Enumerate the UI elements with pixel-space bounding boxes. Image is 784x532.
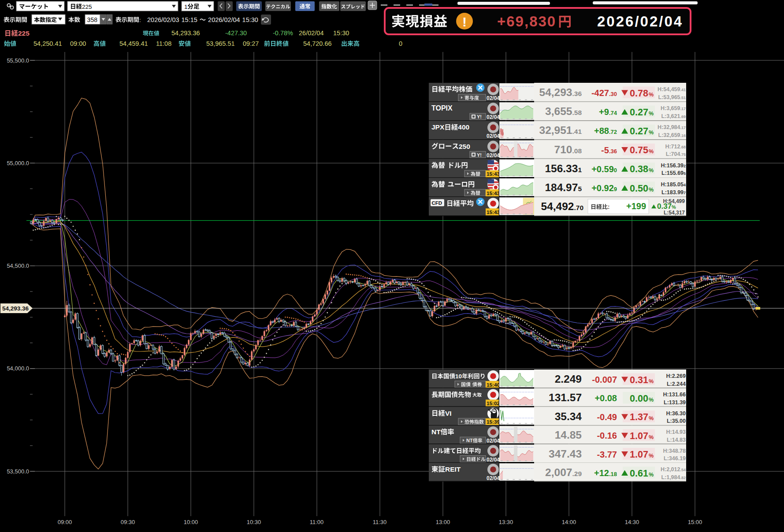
svg-text:.72: .72 [609,129,617,135]
svg-text:1: 1 [578,166,582,174]
svg-text:%: % [649,415,654,421]
svg-text:.54: .54 [680,468,686,472]
svg-text:L:53,965: L:53,965 [658,94,680,100]
svg-text:H:185.05: H:185.05 [661,181,684,188]
svg-text:.41: .41 [572,128,582,135]
svg-text:-0.007: -0.007 [592,375,617,384]
svg-text:-5: -5 [601,145,609,155]
svg-text:.70: .70 [574,204,584,211]
svg-text:.82: .82 [680,476,686,480]
svg-text:02/04: 02/04 [487,457,500,463]
svg-text:.17: .17 [680,107,686,111]
svg-text:H:2.269: H:2.269 [666,373,686,379]
svg-text:15:00: 15:00 [688,519,702,525]
svg-text:09:27: 09:27 [243,40,259,47]
svg-text:15:43: 15:43 [487,171,500,177]
svg-text:H:36.30: H:36.30 [666,410,686,417]
svg-text:225: 225 [82,4,92,10]
svg-text:+69,830: +69,830 [497,13,556,30]
svg-text:Y!: Y! [477,152,482,158]
svg-text:15:30: 15:30 [242,16,258,23]
svg-text:184.97: 184.97 [545,181,578,193]
svg-text:.29: .29 [572,470,582,477]
svg-text:0: 0 [614,167,617,174]
svg-text:L:131.39: L:131.39 [664,399,686,406]
svg-text:L:704: L:704 [666,151,680,157]
svg-text:H:712: H:712 [665,144,680,150]
svg-text:5: 5 [578,185,582,192]
svg-text:.69: .69 [680,115,686,119]
svg-text:%: % [649,378,654,384]
svg-text:H:54,499: H:54,499 [663,198,685,204]
svg-text:14.85: 14.85 [555,429,582,441]
svg-text:0.27: 0.27 [630,107,648,118]
svg-text:.08: .08 [572,147,582,155]
svg-text:.16: .16 [680,133,686,138]
svg-text:3,655: 3,655 [545,105,572,117]
svg-text:NT: NT [466,438,473,443]
svg-text:-0.78%: -0.78% [273,30,293,37]
svg-text:H:32,984: H:32,984 [658,124,680,130]
svg-text:11:00: 11:00 [310,519,324,525]
svg-text:%: % [649,92,654,98]
svg-text:02/04: 02/04 [487,475,500,481]
svg-text:.68: .68 [680,145,686,149]
svg-text:0.38: 0.38 [630,164,648,174]
svg-text:10: 10 [455,373,462,380]
svg-text:-427: -427 [591,88,609,98]
svg-text:.17: .17 [680,126,686,130]
svg-text:2026/02/03: 2026/02/03 [147,16,179,23]
svg-text:H:156.39: H:156.39 [661,163,684,169]
svg-text:-427.30: -427.30 [225,30,247,37]
svg-text:%: % [649,453,654,459]
svg-text:.74: .74 [609,110,617,116]
svg-text:02/04: 02/04 [487,114,500,120]
svg-text:02/04: 02/04 [487,152,500,159]
svg-text:H:3,659: H:3,659 [661,105,680,111]
svg-text:0: 0 [399,40,402,47]
svg-text:%: % [649,129,654,136]
svg-text:CFD: CFD [432,200,442,206]
svg-text:L:2.244: L:2.244 [667,381,686,387]
svg-text:0.50: 0.50 [630,183,648,194]
svg-text:+199: +199 [626,201,646,211]
svg-text:2026/02/04: 2026/02/04 [597,13,683,30]
svg-text:54,250.41: 54,250.41 [33,40,62,47]
svg-text:L:1,984: L:1,984 [661,474,680,480]
svg-text:L:35.00: L:35.00 [667,418,686,424]
svg-text:%: % [649,111,654,117]
svg-text:+9: +9 [599,107,609,117]
svg-text:54,720.66: 54,720.66 [303,40,332,47]
svg-text:!: ! [462,15,467,29]
svg-text:9: 9 [614,186,617,192]
svg-text:250: 250 [459,143,470,150]
svg-text:14:30: 14:30 [625,519,639,525]
svg-text:+0.08: +0.08 [595,393,617,403]
svg-text::: : [608,203,609,210]
svg-text:55,500.0: 55,500.0 [7,57,29,64]
svg-text:2.249: 2.249 [555,373,582,385]
svg-text:54,500.0: 54,500.0 [7,262,29,269]
svg-text::: : [139,17,141,23]
svg-text:400: 400 [458,123,469,131]
svg-text:0.75: 0.75 [630,145,648,155]
svg-text:1.37: 1.37 [630,412,648,422]
svg-text:L:32,659: L:32,659 [658,132,680,138]
svg-text:H:131.66: H:131.66 [663,392,686,398]
svg-text:.41: .41 [680,88,686,92]
svg-text:L:346.19: L:346.19 [664,455,686,462]
svg-text:2: 2 [684,164,686,168]
svg-text:02/04: 02/04 [487,133,500,139]
svg-text:-0.49: -0.49 [597,412,617,422]
svg-text:14:00: 14:00 [562,519,576,525]
svg-text:%: % [649,472,654,478]
svg-text:+12: +12 [594,468,609,478]
svg-text:.51: .51 [680,96,686,100]
svg-text:02/04: 02/04 [487,95,500,101]
svg-text:53,500.0: 53,500.0 [7,468,29,475]
svg-text:13:00: 13:00 [436,519,450,525]
svg-text:REIT: REIT [445,466,461,473]
svg-text:26/02/04: 26/02/04 [299,30,323,37]
svg-text:5: 5 [684,171,686,176]
svg-text:710: 710 [554,144,572,155]
